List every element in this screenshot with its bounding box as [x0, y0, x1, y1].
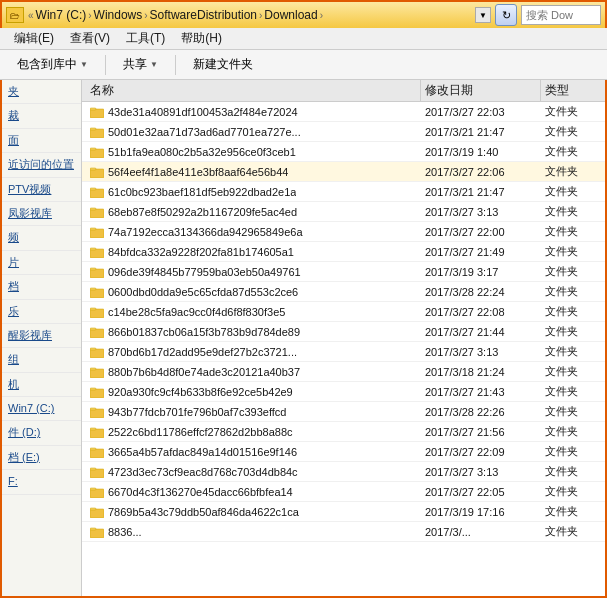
file-cell-type: 文件夹: [541, 104, 601, 119]
svg-rect-15: [90, 248, 96, 250]
sidebar-item-wake[interactable]: 醒影视库: [2, 324, 81, 348]
file-row[interactable]: 61c0bc923baef181df5eb922dbad2e1a2017/3/2…: [82, 182, 605, 202]
file-name-text: 74a7192ecca3134366da942965849e6a: [108, 226, 303, 238]
file-row[interactable]: 74a7192ecca3134366da942965849e6a2017/3/2…: [82, 222, 605, 242]
file-cell-date: 2017/3/27 22:03: [421, 106, 541, 118]
svg-rect-3: [90, 128, 96, 130]
file-row[interactable]: 56f4eef4f1a8e411e3bf8aaf64e56b442017/3/2…: [82, 162, 605, 182]
folder-icon: [90, 166, 104, 178]
file-cell-date: 2017/3/27 21:49: [421, 246, 541, 258]
sidebar: 夹 裁 面 近访问的位置 PTV视频 凤影视库 频 片 档 乐 醒影视库 组 机…: [2, 80, 82, 596]
file-name-text: 6670d4c3f136270e45dacc66bfbfea14: [108, 486, 293, 498]
search-input[interactable]: [521, 5, 601, 25]
refresh-button[interactable]: ↻: [495, 4, 517, 26]
file-cell-type: 文件夹: [541, 284, 601, 299]
include-library-button[interactable]: 包含到库中 ▼: [8, 52, 97, 77]
folder-icon: [90, 406, 104, 418]
folder-icon: [90, 486, 104, 498]
file-name-text: 61c0bc923baef181df5eb922dbad2e1a: [108, 186, 296, 198]
file-row[interactable]: 43de31a40891df100453a2f484e720242017/3/2…: [82, 102, 605, 122]
file-cell-type: 文件夹: [541, 424, 601, 439]
file-cell-name: 096de39f4845b77959ba03eb50a49761: [86, 266, 421, 278]
menu-tools[interactable]: 工具(T): [120, 28, 171, 49]
sidebar-item-2[interactable]: 面: [2, 129, 81, 153]
sidebar-item-f[interactable]: F:: [2, 470, 81, 494]
header-type[interactable]: 类型: [541, 80, 601, 101]
sidebar-item-d[interactable]: 件 (D:): [2, 421, 81, 445]
path-win7[interactable]: Win7 (C:): [36, 8, 87, 22]
path-windows[interactable]: Windows: [94, 8, 143, 22]
share-button[interactable]: 共享 ▼: [114, 52, 167, 77]
sidebar-item-phoenix[interactable]: 凤影视库: [2, 202, 81, 226]
share-dropdown-icon: ▼: [150, 60, 158, 69]
sidebar-item-freq[interactable]: 频: [2, 226, 81, 250]
menu-view[interactable]: 查看(V): [64, 28, 116, 49]
file-row[interactable]: 7869b5a43c79ddb50af846da4622c1ca2017/3/1…: [82, 502, 605, 522]
file-name-text: 920a930fc9cf4b633b8f6e92ce5b42e9: [108, 386, 293, 398]
file-cell-name: 8836...: [86, 526, 421, 538]
svg-rect-37: [90, 468, 96, 470]
share-label: 共享: [123, 56, 147, 73]
file-cell-name: 3665a4b57afdac849a14d01516e9f146: [86, 446, 421, 458]
folder-icon: [90, 426, 104, 438]
header-name[interactable]: 名称: [86, 80, 421, 101]
svg-rect-12: [90, 229, 104, 238]
file-row[interactable]: 0600dbd0dda9e5c65cfda87d553c2ce62017/3/2…: [82, 282, 605, 302]
svg-rect-30: [90, 409, 104, 418]
file-row[interactable]: 8836...2017/3/...文件夹: [82, 522, 605, 542]
sidebar-item-ptv[interactable]: PTV视频: [2, 178, 81, 202]
file-cell-name: 4723d3ec73cf9eac8d768c703d4db84c: [86, 466, 421, 478]
file-list-container[interactable]: 名称 修改日期 类型 43de31a40891df100453a2f484e72…: [82, 80, 605, 596]
file-cell-type: 文件夹: [541, 464, 601, 479]
file-cell-date: 2017/3/27 22:05: [421, 486, 541, 498]
folder-icon: [90, 506, 104, 518]
folder-icon: [90, 266, 104, 278]
svg-rect-14: [90, 249, 104, 258]
sidebar-item-1[interactable]: 裁: [2, 104, 81, 128]
file-cell-name: 2522c6bd11786effcf27862d2bb8a88c: [86, 426, 421, 438]
file-row[interactable]: 68eb87e8f50292a2b1167209fe5ac4ed2017/3/2…: [82, 202, 605, 222]
menu-edit[interactable]: 编辑(E): [8, 28, 60, 49]
toolbar-sep-2: [175, 55, 176, 75]
file-name-text: 51b1fa9ea080c2b5a32e956ce0f3ceb1: [108, 146, 296, 158]
file-row[interactable]: 51b1fa9ea080c2b5a32e956ce0f3ceb12017/3/1…: [82, 142, 605, 162]
sidebar-item-pics[interactable]: 片: [2, 251, 81, 275]
file-cell-name: 84bfdca332a9228f202fa81b174605a1: [86, 246, 421, 258]
svg-rect-9: [90, 188, 96, 190]
sidebar-item-e[interactable]: 档 (E:): [2, 446, 81, 470]
file-row[interactable]: 2522c6bd11786effcf27862d2bb8a88c2017/3/2…: [82, 422, 605, 442]
file-name-text: 870bd6b17d2add95e9def27b2c3721...: [108, 346, 297, 358]
new-folder-button[interactable]: 新建文件夹: [184, 52, 262, 77]
file-cell-type: 文件夹: [541, 264, 601, 279]
sidebar-item-0[interactable]: 夹: [2, 80, 81, 104]
file-cell-type: 文件夹: [541, 344, 601, 359]
file-row[interactable]: 880b7b6b4d8f0e74ade3c20121a40b372017/3/1…: [82, 362, 605, 382]
svg-rect-36: [90, 469, 104, 478]
sidebar-item-music[interactable]: 乐: [2, 300, 81, 324]
file-row[interactable]: 84bfdca332a9228f202fa81b174605a12017/3/2…: [82, 242, 605, 262]
file-cell-type: 文件夹: [541, 384, 601, 399]
file-row[interactable]: 920a930fc9cf4b633b8f6e92ce5b42e92017/3/2…: [82, 382, 605, 402]
file-row[interactable]: 50d01e32aa71d73ad6ad7701ea727e...2017/3/…: [82, 122, 605, 142]
path-download[interactable]: Download: [264, 8, 317, 22]
svg-rect-5: [90, 148, 96, 150]
header-date[interactable]: 修改日期: [421, 80, 541, 101]
sidebar-item-group[interactable]: 组: [2, 348, 81, 372]
path-dropdown-arrow[interactable]: ▼: [475, 7, 491, 23]
file-row[interactable]: 3665a4b57afdac849a14d01516e9f1462017/3/2…: [82, 442, 605, 462]
file-row[interactable]: 4723d3ec73cf9eac8d768c703d4db84c2017/3/2…: [82, 462, 605, 482]
file-row[interactable]: 870bd6b17d2add95e9def27b2c3721...2017/3/…: [82, 342, 605, 362]
file-row[interactable]: c14be28c5fa9ac9cc0f4d6f8f830f3e52017/3/2…: [82, 302, 605, 322]
file-row[interactable]: 6670d4c3f136270e45dacc66bfbfea142017/3/2…: [82, 482, 605, 502]
file-row[interactable]: 943b77fdcb701fe796b0af7c393effcd2017/3/2…: [82, 402, 605, 422]
path-softwaredistribution[interactable]: SoftwareDistribution: [150, 8, 257, 22]
file-row[interactable]: 866b01837cb06a15f3b783b9d784de892017/3/2…: [82, 322, 605, 342]
file-cell-type: 文件夹: [541, 404, 601, 419]
sidebar-item-win7[interactable]: Win7 (C:): [2, 397, 81, 421]
sidebar-item-recent[interactable]: 近访问的位置: [2, 153, 81, 177]
file-row[interactable]: 096de39f4845b77959ba03eb50a497612017/3/1…: [82, 262, 605, 282]
sidebar-item-computer[interactable]: 机: [2, 373, 81, 397]
sidebar-item-docs[interactable]: 档: [2, 275, 81, 299]
menu-help[interactable]: 帮助(H): [175, 28, 228, 49]
file-cell-type: 文件夹: [541, 224, 601, 239]
